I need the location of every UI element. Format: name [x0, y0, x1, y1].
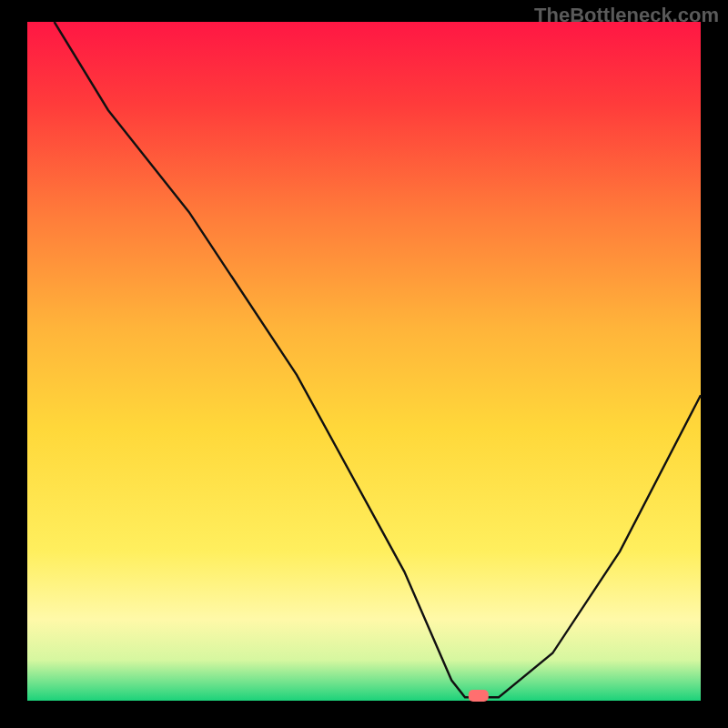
target-marker [469, 690, 489, 702]
watermark-label: TheBottleneck.com [534, 4, 719, 27]
chart-plot-area [27, 22, 701, 701]
chart-canvas [0, 0, 728, 728]
bottleneck-chart: TheBottleneck.com [0, 0, 728, 728]
